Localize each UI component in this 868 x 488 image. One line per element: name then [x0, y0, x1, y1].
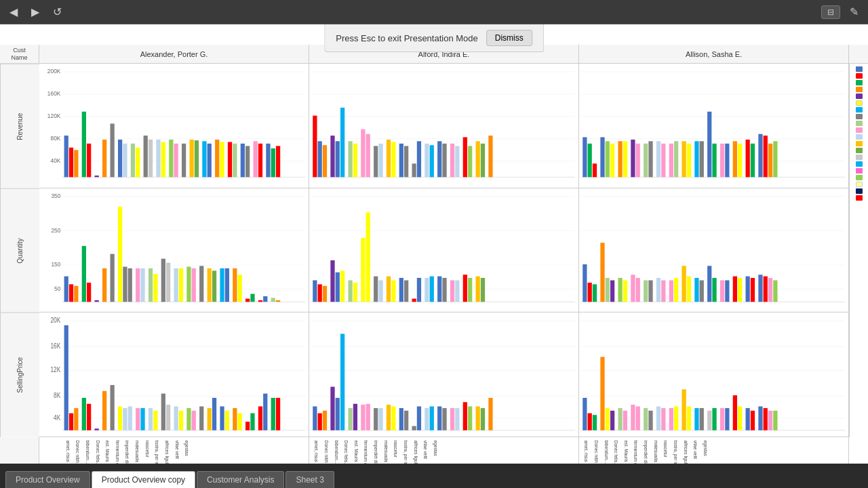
svg-rect-14 — [82, 112, 86, 178]
svg-rect-61 — [374, 146, 378, 177]
refresh-button[interactable]: ↺ — [49, 4, 66, 20]
svg-rect-29 — [182, 144, 186, 177]
svg-rect-216 — [687, 276, 691, 302]
pen-button[interactable]: ✎ — [846, 4, 863, 20]
svg-rect-111 — [738, 144, 742, 177]
svg-text:Donec nibh: Donec nibh — [594, 441, 599, 463]
svg-rect-273 — [263, 394, 267, 430]
svg-rect-267 — [225, 411, 229, 430]
exit-button[interactable]: ⊟ — [821, 5, 840, 19]
svg-rect-92 — [618, 141, 622, 177]
svg-rect-183 — [417, 278, 421, 302]
svg-rect-283 — [318, 413, 322, 430]
legend-green — [856, 80, 863, 85]
chart-sp-2 — [309, 312, 579, 437]
tab-product-overview[interactable]: Product Overview — [5, 471, 90, 488]
legend-purple — [856, 94, 863, 99]
svg-rect-24 — [149, 140, 153, 177]
chart-revenue-1: 200K 160K 120K 80K 40K — [39, 64, 309, 188]
legend-lt-gray — [856, 155, 863, 160]
svg-rect-11 — [64, 136, 68, 177]
svg-rect-328 — [648, 411, 652, 430]
svg-rect-178 — [387, 276, 391, 302]
svg-rect-305 — [455, 408, 459, 430]
svg-rect-53 — [323, 145, 327, 177]
svg-rect-304 — [450, 408, 454, 430]
svg-rect-28 — [174, 144, 178, 177]
svg-rect-169 — [330, 260, 334, 302]
svg-rect-213 — [669, 280, 673, 302]
svg-rect-174 — [361, 238, 365, 302]
tab-customer-analysis[interactable]: Customer Analysis — [197, 471, 284, 488]
svg-rect-129 — [74, 285, 78, 302]
svg-rect-156 — [250, 293, 254, 302]
svg-rect-335 — [694, 408, 698, 430]
svg-rect-175 — [366, 212, 370, 302]
svg-rect-114 — [758, 134, 762, 178]
svg-rect-225 — [746, 276, 750, 302]
svg-rect-182 — [412, 298, 416, 302]
chart-container: CustName Alexander, Porter G. Alford, In… — [0, 45, 868, 488]
svg-rect-68 — [417, 141, 421, 177]
svg-rect-101 — [674, 141, 678, 177]
svg-rect-155 — [245, 298, 250, 302]
svg-rect-226 — [751, 278, 755, 302]
svg-rect-202 — [600, 243, 604, 302]
legend-orange — [856, 87, 863, 92]
svg-rect-176 — [374, 276, 378, 302]
svg-rect-252 — [128, 407, 132, 430]
svg-text:amet, risus: amet, risus — [584, 441, 589, 463]
tab-product-overview-copy[interactable]: Product Overview copy — [92, 471, 195, 488]
svg-rect-337 — [707, 411, 711, 430]
svg-text:nascetur: nascetur — [393, 441, 398, 458]
forward-button[interactable]: ▶ — [27, 4, 43, 20]
svg-rect-172 — [348, 280, 352, 302]
svg-rect-332 — [674, 407, 678, 430]
svg-rect-88 — [593, 163, 597, 177]
svg-rect-64 — [391, 142, 395, 177]
dismiss-button[interactable]: Dismiss — [486, 30, 532, 46]
svg-rect-139 — [140, 268, 144, 302]
svg-rect-148 — [199, 266, 203, 302]
svg-text:vitae velit: vitae velit — [693, 441, 698, 459]
svg-rect-16 — [94, 176, 98, 177]
svg-rect-253 — [136, 408, 140, 430]
svg-rect-87 — [588, 144, 592, 177]
svg-rect-347 — [768, 411, 772, 430]
chart-qty-1: 350 250 150 50 — [39, 188, 309, 313]
col-header-3: Allison, Sasha E. — [579, 45, 849, 64]
svg-rect-260 — [179, 411, 183, 430]
svg-rect-251 — [123, 408, 127, 430]
svg-rect-95 — [636, 144, 640, 177]
svg-rect-40 — [254, 141, 258, 177]
svg-rect-108 — [720, 144, 724, 177]
svg-rect-248 — [102, 391, 106, 430]
svg-rect-303 — [442, 408, 446, 430]
svg-rect-147 — [192, 268, 196, 302]
svg-rect-146 — [186, 266, 191, 302]
svg-rect-293 — [378, 408, 382, 430]
svg-rect-171 — [340, 270, 344, 302]
svg-rect-98 — [656, 141, 660, 177]
legend-yellow-green — [856, 175, 863, 180]
svg-rect-159 — [271, 298, 275, 302]
svg-rect-203 — [606, 278, 610, 302]
back-button[interactable]: ◀ — [5, 4, 22, 20]
svg-rect-296 — [399, 408, 403, 430]
svg-rect-214 — [674, 278, 678, 302]
svg-rect-324 — [623, 411, 627, 430]
svg-rect-59 — [361, 129, 365, 178]
svg-rect-222 — [725, 280, 729, 302]
svg-rect-320 — [600, 357, 604, 430]
svg-rect-19 — [118, 140, 122, 177]
svg-rect-219 — [707, 266, 711, 302]
svg-rect-41 — [258, 144, 262, 177]
svg-text:vitae velit: vitae velit — [423, 441, 428, 459]
svg-rect-106 — [707, 112, 711, 178]
svg-rect-23 — [144, 136, 148, 177]
tab-sheet3[interactable]: Sheet 3 — [285, 471, 334, 488]
svg-rect-69 — [425, 144, 429, 177]
svg-rect-250 — [118, 407, 122, 430]
banner-message: Press Esc to exit Presentation Mode — [336, 33, 478, 43]
legend-pale-yellow — [856, 182, 863, 187]
